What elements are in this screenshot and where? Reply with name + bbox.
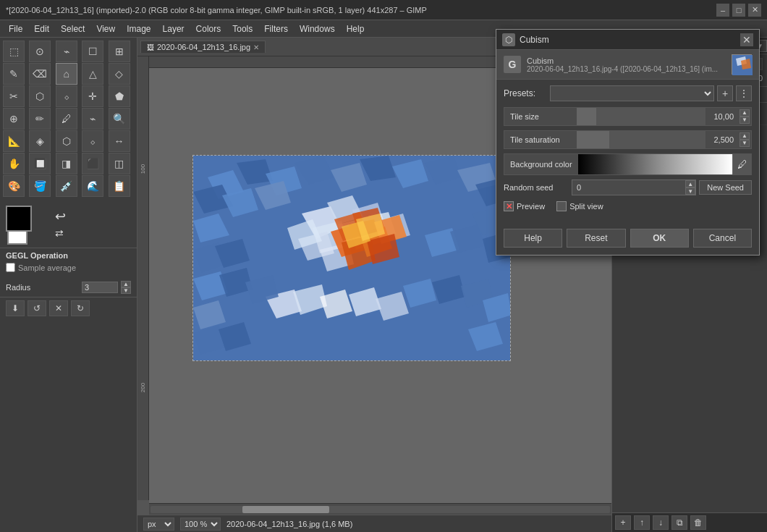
help-button[interactable]: Help (504, 229, 562, 248)
tool-heal[interactable]: ⌁ (82, 108, 103, 130)
menu-file[interactable]: File (3, 22, 28, 35)
presets-select[interactable] (550, 85, 714, 101)
seed-input[interactable] (572, 181, 685, 194)
canvas-tab-label: 2020-06-04_12h13_16.jpg (157, 43, 250, 51)
tool-eraser[interactable]: ✛ (82, 85, 103, 107)
tool-fuzzy-select[interactable]: ☐ (82, 41, 103, 62)
tool-free-select[interactable]: ⌁ (56, 41, 77, 62)
tool-clone[interactable]: 🖊 (56, 108, 77, 130)
reset-button[interactable]: Reset (567, 229, 625, 248)
duplicate-layer-button[interactable]: ⧉ (671, 515, 687, 530)
split-view-option[interactable]: Split view (556, 201, 603, 211)
tool-preset-restore[interactable]: ↺ (27, 300, 46, 316)
scrollbar-track-h[interactable] (151, 506, 610, 513)
lower-layer-button[interactable]: ↓ (653, 515, 669, 530)
menu-view[interactable]: View (90, 22, 121, 35)
presets-add-button[interactable]: + (717, 85, 733, 101)
tool-measure[interactable]: 📋 (109, 175, 130, 197)
tool-mypaints[interactable]: ✏ (29, 108, 51, 130)
new-layer-button[interactable]: + (615, 515, 631, 530)
zoom-select[interactable]: 100 % 50 % 200 % (180, 518, 221, 531)
tool-handle-transform[interactable]: 🪣 (29, 175, 51, 197)
tool-ellipse-select[interactable]: ⊙ (29, 41, 51, 62)
menu-layer[interactable]: Layer (157, 22, 190, 35)
tool-preset-delete[interactable]: ✕ (49, 300, 68, 316)
tool-foreground-select[interactable]: ⌫ (29, 63, 51, 85)
tool-perspective-clone[interactable]: 🔍 (109, 108, 130, 130)
tool-desaturate[interactable]: ⬦ (82, 130, 103, 152)
scrollbar-horizontal[interactable] (149, 503, 611, 515)
tool-scissors[interactable]: ✎ (3, 63, 25, 85)
menu-tools[interactable]: Tools (226, 22, 258, 35)
tile-size-down[interactable]: ▼ (740, 117, 750, 124)
menu-help[interactable]: Help (341, 22, 370, 35)
tile-saturation-down[interactable]: ▼ (740, 140, 750, 147)
canvas-tab[interactable]: 🖼 2020-06-04_12h13_16.jpg ✕ (140, 41, 266, 53)
tool-unified-transform[interactable]: 💉 (56, 175, 77, 197)
seed-down[interactable]: ▼ (685, 187, 695, 195)
tool-blend[interactable]: ✂ (3, 85, 25, 107)
tile-saturation-slider[interactable] (577, 131, 705, 148)
cancel-button[interactable]: Cancel (693, 229, 752, 248)
radius-input[interactable] (82, 282, 118, 293)
maximize-button[interactable]: □ (732, 4, 745, 17)
tool-preset-reset[interactable]: ↻ (71, 300, 90, 316)
radius-up[interactable]: ▲ (121, 281, 131, 287)
tile-size-slider[interactable] (577, 108, 705, 125)
tool-smudge[interactable]: ◈ (29, 130, 51, 152)
tool-ink[interactable]: ⊕ (3, 108, 25, 130)
delete-layer-button[interactable]: 🗑 (690, 515, 706, 530)
minimize-button[interactable]: – (716, 4, 729, 17)
dialog-title-icon: ⬡ (502, 33, 515, 46)
ok-button[interactable]: OK (630, 229, 689, 248)
tool-blur[interactable]: 📐 (3, 130, 25, 152)
tool-pencil[interactable]: ⬡ (29, 85, 51, 107)
tool-text[interactable]: △ (82, 63, 103, 85)
tool-airbrush[interactable]: ⬟ (109, 85, 130, 107)
status-bar: px mm 100 % 50 % 200 % 2020-06-04_12h13_… (137, 515, 611, 532)
tool-bucket-fill[interactable]: ◇ (109, 63, 130, 85)
raise-layer-button[interactable]: ↑ (634, 515, 650, 530)
menu-image[interactable]: Image (121, 22, 156, 35)
scrollbar-thumb-h[interactable] (242, 506, 329, 513)
reset-colors-icon[interactable]: ↩ (55, 208, 66, 224)
tool-rotate[interactable]: ⬛ (82, 153, 103, 174)
menu-filters[interactable]: Filters (258, 22, 294, 35)
seed-up[interactable]: ▲ (685, 180, 695, 187)
tool-color-picker[interactable]: ↔ (109, 130, 130, 152)
tool-rectangle-select[interactable]: ⬚ (3, 41, 25, 62)
menu-colors[interactable]: Colors (190, 22, 227, 35)
tool-align[interactable]: ✋ (3, 153, 25, 174)
tool-warp-transform[interactable]: 🌊 (82, 175, 103, 197)
tab-close-icon[interactable]: ✕ (253, 43, 259, 51)
bg-color-picker-button[interactable]: 🖊 (732, 154, 751, 174)
tool-dodge-burn[interactable]: ⬡ (56, 130, 77, 152)
tool-preset-save[interactable]: ⬇ (6, 300, 25, 316)
radius-down[interactable]: ▼ (121, 287, 131, 294)
menu-select[interactable]: Select (55, 22, 90, 35)
preview-option[interactable]: ✕ Preview (504, 201, 545, 211)
tile-saturation-up[interactable]: ▲ (740, 132, 750, 140)
presets-menu-button[interactable]: ⋮ (736, 85, 752, 101)
tool-select-by-color[interactable]: ⊞ (109, 41, 130, 62)
gegl-sample-checkbox[interactable] (6, 263, 15, 272)
tool-paths[interactable]: ⌂ (56, 63, 77, 85)
tool-paintbrush[interactable]: ⬦ (56, 85, 77, 107)
bg-color-gradient[interactable] (578, 154, 732, 174)
tool-scale[interactable]: ◫ (109, 153, 130, 174)
new-seed-button[interactable]: New Seed (699, 180, 752, 195)
bg-color-label: Background color (504, 157, 578, 172)
dialog-close-button[interactable]: ✕ (740, 33, 753, 46)
unit-select[interactable]: px mm (143, 518, 174, 531)
swap-colors-icon[interactable]: ⇄ (55, 227, 66, 239)
tile-size-up[interactable]: ▲ (740, 109, 750, 117)
split-view-checkbox[interactable] (556, 201, 567, 211)
menu-edit[interactable]: Edit (28, 22, 55, 35)
tool-shear[interactable]: 🎨 (3, 175, 25, 197)
close-button[interactable]: ✕ (748, 4, 761, 17)
preview-checkbox[interactable]: ✕ (504, 201, 514, 211)
tool-crop[interactable]: ◨ (56, 153, 77, 174)
tool-move[interactable]: 🔲 (29, 153, 51, 174)
menu-windows[interactable]: Windows (294, 22, 341, 35)
foreground-color-swatch[interactable] (6, 206, 32, 232)
